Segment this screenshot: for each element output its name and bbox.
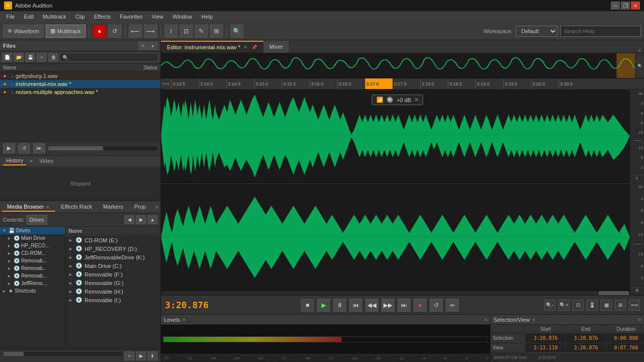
play-button[interactable]: ▶ [317, 299, 330, 312]
menu-effects[interactable]: Effects [90, 13, 115, 21]
zoom-custom-button[interactable]: ⟺ [629, 300, 640, 311]
drive-cdrom[interactable]: ► 💿 CD-ROM (E:) [65, 236, 160, 244]
multitrack-mode-button[interactable]: ▦ Multitrack [46, 25, 86, 38]
selection-close[interactable]: ✕ [532, 317, 536, 322]
drive-removable-g[interactable]: ► 💿 Removable (G:) [65, 279, 160, 287]
hscroll-thumb[interactable] [599, 291, 629, 295]
workspace-select[interactable]: Default [516, 26, 557, 37]
browser-play-button[interactable]: ▶ [136, 351, 146, 360]
menu-help[interactable]: Help [197, 13, 217, 21]
zoom-in-tool[interactable]: 🔍 [230, 25, 244, 38]
editor-tab-instrumental[interactable]: Editor: instrumental-mix.wav * ✕ 📌 [161, 41, 264, 53]
back-button[interactable]: ⟵ [129, 25, 142, 38]
menu-edit[interactable]: Edit [20, 13, 38, 21]
zoom-full-button[interactable]: ⊡ [573, 300, 584, 311]
file-item-noises[interactable]: ► ♪ noises-multiple approaches.wav * [0, 88, 160, 96]
record-transport-button[interactable]: ● [414, 299, 427, 312]
menu-window[interactable]: Window [169, 13, 196, 21]
tree-item-jeff[interactable]: ► 💿 JeffRemo... [0, 280, 65, 287]
history-tab-close[interactable]: ✕ [29, 158, 33, 164]
stop-button[interactable]: ■ [301, 299, 314, 312]
sel-selection-duration[interactable]: 0:00.000 [606, 334, 644, 343]
files-skip-button[interactable]: ⏭ [33, 143, 45, 153]
browser-back-button[interactable]: ◀ [124, 215, 134, 224]
media-browser-close[interactable]: ✕ [46, 205, 50, 210]
drive-jeff[interactable]: ► 💿 JeffRemovableDrive (K:) [65, 253, 160, 261]
files-panel-menu[interactable]: ▸ [148, 42, 157, 50]
fast-forward-button[interactable]: ▶▶ [381, 299, 394, 312]
browser-up-button[interactable]: ▲ [147, 215, 157, 224]
sel-view-start[interactable]: 3:13.110 [526, 343, 566, 352]
select-tool[interactable]: ⊡ [180, 25, 193, 38]
delete-file-button[interactable]: 🗑 [48, 53, 58, 62]
pause-button[interactable]: ⏸ [333, 299, 346, 312]
goto-end-button[interactable]: ⏭ [397, 299, 411, 312]
waveform-bottom-channel[interactable] [161, 185, 630, 290]
cursor-tool[interactable]: I [165, 25, 178, 38]
drive-main[interactable]: ► 💿 Main Drive (C:) [65, 261, 160, 270]
pencil-tool[interactable]: ✎ [195, 25, 208, 38]
marquee-tool[interactable]: ⊞ [210, 25, 223, 38]
add-file-button[interactable]: + [37, 53, 47, 62]
col-status-header[interactable]: Status [127, 65, 157, 70]
loop-button[interactable]: ↺ [108, 25, 121, 38]
close-button[interactable]: ✕ [631, 2, 640, 10]
waveform-mode-button[interactable]: ≋ Waveform [3, 25, 44, 38]
files-play-button[interactable]: ▶ [3, 143, 15, 153]
tab-effects-rack[interactable]: Effects Rack [56, 203, 97, 212]
video-tab[interactable]: Video [36, 157, 56, 165]
menu-multitrack[interactable]: Multitrack [39, 13, 70, 21]
waveform-top-channel[interactable]: 📶 🔘 +0 dB ✕ [161, 89, 630, 183]
drive-hp-recovery[interactable]: ► 💿 HP_RECOVERY (D:) [65, 244, 160, 253]
tab-prop[interactable]: Prop [129, 203, 151, 212]
file-item-instrumental[interactable]: ► ♪ instrumental-mix.wav * [0, 80, 160, 88]
forward-button[interactable]: ⟶ [144, 25, 157, 38]
sel-selection-start[interactable]: 3:20.876 [526, 334, 566, 343]
tree-item-drives[interactable]: ▼ 💾 Drives [0, 227, 65, 234]
drives-view-button[interactable]: Drives [26, 215, 47, 225]
tree-item-shortcuts[interactable]: ► ★ Shortcuts [0, 287, 65, 295]
tab-media-browser[interactable]: Media Browser✕ [2, 203, 55, 212]
search-input[interactable] [560, 26, 641, 37]
editor-tab-close[interactable]: ✕ [244, 45, 248, 50]
col-name-header[interactable]: Name [3, 65, 127, 70]
history-tab[interactable]: History [3, 156, 26, 165]
tree-item-removable2[interactable]: ► 💿 Removab... [0, 264, 65, 272]
files-loop-button[interactable]: ↺ [18, 143, 30, 153]
sel-view-duration[interactable]: 0:07.766 [606, 343, 644, 352]
tree-item-cdrom[interactable]: ► 💿 CD-ROM... [0, 249, 65, 257]
menu-favorites[interactable]: Favorites [116, 13, 146, 21]
drive-removable-h[interactable]: ► 💿 Removable (H:) [65, 287, 160, 296]
editor-panel-menu[interactable]: ≡ [635, 47, 644, 53]
zoom-sel-button[interactable]: ▦ [601, 300, 612, 311]
levels-close[interactable]: ✕ [182, 317, 186, 322]
browser-import-button[interactable]: ⬇ [147, 351, 157, 360]
restore-button[interactable]: ❐ [621, 2, 630, 10]
levels-menu[interactable]: ≡ [485, 317, 487, 322]
minimize-button[interactable]: ─ [611, 2, 620, 10]
files-scroll-track[interactable] [48, 146, 157, 150]
sel-view-end[interactable]: 3:20.876 [566, 343, 606, 352]
zoom-sel2-button[interactable]: ⊞ [615, 300, 626, 311]
auto-scroll-button[interactable]: ⤔ [446, 299, 459, 312]
menu-clip[interactable]: Clip [71, 13, 89, 21]
menu-file[interactable]: File [2, 13, 19, 21]
zoom-out-button[interactable]: 🔍- [544, 300, 555, 311]
tooltip-close-button[interactable]: ✕ [414, 97, 419, 103]
zoom-time-button[interactable]: ⌛ [587, 300, 598, 311]
selection-menu[interactable]: ≡ [638, 317, 641, 322]
rewind-button[interactable]: ◀◀ [365, 299, 378, 312]
overview-controls[interactable]: 🔍 [635, 53, 644, 78]
hscroll-track[interactable] [162, 291, 629, 295]
sel-selection-end[interactable]: 3:20.876 [566, 334, 606, 343]
zoom-in-button2[interactable]: 🔍+ [558, 300, 570, 311]
tree-item-removable3[interactable]: ► 💿 Removab... [0, 272, 65, 280]
save-file-button[interactable]: 💾 [25, 53, 35, 62]
drive-removable-f[interactable]: ► 💿 Removable (F:) [65, 270, 160, 279]
tree-item-hp-recovery[interactable]: ► 💿 HP_RECO... [0, 242, 65, 249]
browser-hscroll[interactable] [3, 351, 123, 356]
tab-markers[interactable]: Markers [98, 203, 128, 212]
file-item-gettysburg[interactable]: ► ♪ gettysburg-1.wav [0, 72, 160, 80]
record-button[interactable]: ● [93, 25, 106, 38]
new-file-button[interactable]: 📄 [2, 53, 12, 62]
